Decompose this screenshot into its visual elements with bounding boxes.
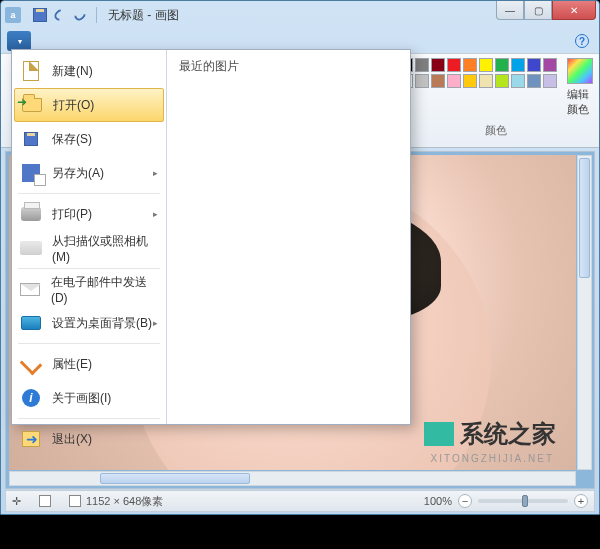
color-swatch[interactable] [479, 74, 493, 88]
scrollbar-thumb[interactable] [100, 473, 250, 484]
color-swatch[interactable] [431, 74, 445, 88]
help-button[interactable]: ? [575, 34, 589, 48]
color-swatch[interactable] [447, 58, 461, 72]
color-swatch[interactable] [447, 74, 461, 88]
undo-icon [52, 7, 68, 23]
menu-set-wallpaper[interactable]: 设置为桌面背景(B)▸ [12, 306, 166, 340]
color-swatch[interactable] [511, 58, 525, 72]
zoom-out-button[interactable]: − [458, 494, 472, 508]
desktop-icon [21, 316, 41, 330]
edit-colors-button[interactable]: 编辑颜色 [567, 58, 593, 117]
menu-separator [18, 268, 160, 269]
checkmark-icon [20, 353, 43, 376]
color-swatch[interactable] [495, 58, 509, 72]
maximize-button[interactable]: ▢ [524, 1, 552, 20]
menu-exit[interactable]: 退出(X) [12, 422, 166, 456]
color-swatch[interactable] [527, 58, 541, 72]
image-dims-cell: 1152 × 648像素 [69, 494, 163, 509]
color-swatch[interactable] [479, 58, 493, 72]
file-menu-button[interactable] [7, 31, 31, 51]
qat-save-button[interactable] [31, 6, 49, 24]
menu-new[interactable]: 新建(N) [12, 54, 166, 88]
selection-icon [39, 495, 51, 507]
redo-icon [72, 7, 88, 23]
quick-access-toolbar [31, 6, 89, 24]
zoom-slider[interactable] [478, 499, 568, 503]
color-swatch[interactable] [463, 74, 477, 88]
new-icon [23, 61, 39, 81]
window-title: 无标题 - 画图 [108, 7, 179, 24]
titlebar: a 无标题 - 画图 — ▢ ✕ [1, 1, 599, 29]
watermark-subtext: XITONGZHIJIA.NET [431, 453, 555, 464]
mail-icon [20, 283, 40, 296]
app-icon: a [5, 7, 21, 23]
menu-separator [18, 418, 160, 419]
color-swatch[interactable] [543, 58, 557, 72]
color-swatch[interactable] [415, 58, 429, 72]
menu-send-email[interactable]: 在电子邮件中发送(D) [12, 272, 166, 306]
file-menu-list: 新建(N) 打开(O) 保存(S) 另存为(A)▸ 打印(P)▸ 从扫描仪或照相… [12, 50, 167, 424]
minimize-button[interactable]: — [496, 1, 524, 20]
submenu-arrow-icon: ▸ [153, 318, 158, 328]
status-bar: ✛ 1152 × 648像素 100% − + [5, 490, 595, 512]
color-swatch[interactable] [543, 74, 557, 88]
dims-icon [69, 495, 81, 507]
recent-files-panel: 最近的图片 [167, 50, 410, 424]
menu-about[interactable]: i关于画图(I) [12, 381, 166, 415]
submenu-arrow-icon: ▸ [153, 209, 158, 219]
horizontal-scrollbar[interactable] [9, 471, 576, 486]
close-button[interactable]: ✕ [552, 1, 596, 20]
rainbow-icon [567, 58, 593, 84]
menu-save[interactable]: 保存(S) [12, 122, 166, 156]
zoom-level: 100% [424, 495, 452, 507]
watermark-icon [424, 422, 454, 446]
menu-separator [18, 343, 160, 344]
colors-group: 编辑颜色 颜色 [393, 54, 599, 147]
edit-colors-label: 编辑颜色 [567, 87, 593, 117]
save-as-icon [22, 164, 40, 182]
save-icon [24, 132, 38, 146]
qat-redo-button[interactable] [71, 6, 89, 24]
colors-group-label: 颜色 [485, 123, 507, 138]
print-icon [21, 207, 41, 221]
slider-thumb[interactable] [522, 495, 528, 507]
vertical-scrollbar[interactable] [577, 155, 592, 470]
zoom-in-button[interactable]: + [574, 494, 588, 508]
menu-separator [18, 193, 160, 194]
watermark-logo: 系统之家 [424, 418, 556, 450]
info-icon: i [22, 389, 40, 407]
paint-window: a 无标题 - 画图 — ▢ ✕ ? 编辑颜色 [0, 0, 600, 515]
separator [96, 7, 97, 23]
menu-print[interactable]: 打印(P)▸ [12, 197, 166, 231]
exit-icon [22, 431, 40, 447]
color-swatch[interactable] [463, 58, 477, 72]
color-swatch[interactable] [431, 58, 445, 72]
color-swatch[interactable] [527, 74, 541, 88]
color-swatches [399, 58, 557, 88]
file-menu-dropdown: 新建(N) 打开(O) 保存(S) 另存为(A)▸ 打印(P)▸ 从扫描仪或照相… [11, 49, 411, 425]
scanner-icon [20, 241, 42, 255]
color-swatch[interactable] [415, 74, 429, 88]
scrollbar-thumb[interactable] [579, 158, 590, 278]
color-swatch[interactable] [511, 74, 525, 88]
cursor-pos-cell: ✛ [12, 495, 21, 508]
recent-files-header: 最近的图片 [179, 58, 398, 75]
open-icon [22, 98, 42, 112]
menu-save-as[interactable]: 另存为(A)▸ [12, 156, 166, 190]
menu-open[interactable]: 打开(O) [14, 88, 164, 122]
qat-undo-button[interactable] [51, 6, 69, 24]
menu-scanner[interactable]: 从扫描仪或照相机(M) [12, 231, 166, 265]
submenu-arrow-icon: ▸ [153, 168, 158, 178]
menu-properties[interactable]: 属性(E) [12, 347, 166, 381]
selection-size-cell [39, 495, 51, 507]
color-swatch[interactable] [495, 74, 509, 88]
save-icon [33, 8, 47, 22]
zoom-controls: 100% − + [424, 494, 588, 508]
